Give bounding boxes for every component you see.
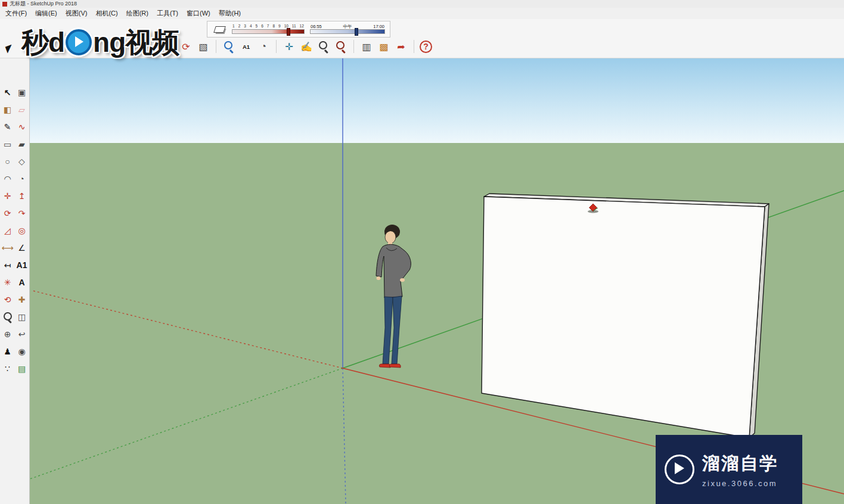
month-tick: 9 xyxy=(278,24,281,29)
zoom-previous-icon[interactable]: ↩ xyxy=(15,328,29,341)
menu-item-3[interactable]: 视图(V) xyxy=(61,8,92,19)
date-slider-bar[interactable] xyxy=(232,29,305,34)
compass-icon[interactable]: ◔ xyxy=(256,39,271,54)
zoom-tool-icon[interactable] xyxy=(1,310,14,323)
polygon-icon[interactable]: ◇ xyxy=(15,155,29,168)
menu-item-8[interactable]: 帮助(H) xyxy=(215,8,245,19)
time-noon-label: 中午 xyxy=(343,24,352,29)
title-bar: 无标题 - SketchUp Pro 2018 xyxy=(0,0,844,8)
paint-bucket-icon[interactable]: ◧ xyxy=(1,103,14,116)
toolbar-separator xyxy=(216,40,216,53)
move-icon[interactable]: ✛ xyxy=(282,39,296,54)
line-icon[interactable]: ✎ xyxy=(1,120,14,133)
shadow-toolbar: 123456789101112 06:55 中午 17:00 xyxy=(207,21,390,38)
rotated-rectangle-icon[interactable]: ▰ xyxy=(15,138,29,151)
select-cursor-icon[interactable]: ◤ xyxy=(4,42,14,55)
menu-bar: 文件(F)编辑(E)视图(V)相机(C)绘图(R)工具(T)窗口(W)帮助(H) xyxy=(0,8,844,19)
menu-item-7[interactable]: 窗口(W) xyxy=(182,8,215,19)
zoom-photo-icon[interactable] xyxy=(222,39,236,54)
text-tool-icon[interactable]: A1 xyxy=(15,259,29,272)
time-slider[interactable]: 06:55 中午 17:00 xyxy=(310,24,385,35)
person-right-shoe xyxy=(389,364,401,368)
month-tick: 12 xyxy=(300,24,304,29)
person-face xyxy=(385,231,396,244)
axes-icon[interactable]: ✳ xyxy=(1,276,14,289)
zoom-extents-icon[interactable] xyxy=(334,39,348,54)
month-tick: 8 xyxy=(272,24,275,29)
circle-icon[interactable]: ○ xyxy=(1,155,14,168)
materials-icon[interactable]: ▩ xyxy=(377,39,391,54)
hand-tool-icon[interactable]: ✍ xyxy=(299,39,314,54)
menu-item-2[interactable]: 编辑(E) xyxy=(31,8,61,19)
month-tick: 5 xyxy=(256,24,258,29)
scale-icon[interactable]: ◿ xyxy=(1,224,14,237)
export-model-icon[interactable]: ➦ xyxy=(394,39,408,54)
zoom-window-icon[interactable]: ◫ xyxy=(15,310,29,323)
dimension-icon[interactable]: ↤ xyxy=(1,259,14,272)
section-plane-icon[interactable]: ▤ xyxy=(15,362,29,375)
menu-item-1[interactable]: 文件(F) xyxy=(1,8,31,19)
window-title: 无标题 - SketchUp Pro 2018 xyxy=(10,0,77,8)
pie-icon[interactable]: ◔ xyxy=(15,172,29,185)
logo-text-mid: ng xyxy=(93,29,125,56)
pan-icon[interactable]: ✚ xyxy=(15,293,29,306)
menu-item-5[interactable]: 绘图(R) xyxy=(122,8,153,19)
month-tick: 2 xyxy=(238,24,241,29)
toolbar-separator xyxy=(414,40,414,53)
app-icon xyxy=(2,2,7,7)
logo-text-prefix: 秒d xyxy=(21,29,64,56)
time-slider-handle[interactable] xyxy=(355,28,358,36)
push-pull-icon[interactable]: ↥ xyxy=(15,189,29,203)
menu-item-4[interactable]: 相机(C) xyxy=(91,8,122,19)
month-ticks: 123456789101112 xyxy=(232,24,305,29)
eraser-icon[interactable]: ▱ xyxy=(15,103,29,116)
tape-measure-icon[interactable]: ⟷ xyxy=(1,241,14,254)
orbit-icon[interactable]: ⟲ xyxy=(1,293,14,306)
sketchup-window: 无标题 - SketchUp Pro 2018 文件(F)编辑(E)视图(V)相… xyxy=(0,0,844,504)
date-slider-handle[interactable] xyxy=(287,28,290,36)
site-watermark: 溜溜自学 zixue.3066.com xyxy=(656,435,802,504)
person-right-hand xyxy=(400,278,405,282)
cube-tool-icon[interactable]: ▥ xyxy=(359,39,374,54)
menu-item-6[interactable]: 工具(T) xyxy=(153,8,182,19)
3d-text-icon[interactable]: A xyxy=(15,276,29,289)
position-camera-icon[interactable]: ♟ xyxy=(1,345,14,358)
image-export-icon[interactable]: ▧ xyxy=(196,39,210,54)
person-left-hand xyxy=(377,276,381,280)
watermark-subtitle: zixue.3066.com xyxy=(702,479,778,488)
offset-icon[interactable]: ◎ xyxy=(15,224,29,237)
brand-watermark-logo: 秒d ng 视频 xyxy=(21,29,179,56)
viewport[interactable]: 溜溜自学 zixue.3066.com xyxy=(30,58,844,504)
date-slider[interactable]: 123456789101112 xyxy=(232,24,305,34)
model-refresh-icon[interactable]: ⟳ xyxy=(179,39,193,54)
shadow-toggle-icon[interactable] xyxy=(212,26,226,33)
logo-text-suffix: 视频 xyxy=(125,29,179,56)
zoom-icon[interactable] xyxy=(316,39,331,54)
month-tick: 7 xyxy=(267,24,269,29)
rectangle-icon[interactable]: ▭ xyxy=(1,138,14,151)
help-icon[interactable]: ? xyxy=(420,41,432,53)
sky xyxy=(30,58,844,144)
month-tick: 11 xyxy=(292,24,296,29)
toolbar-separator xyxy=(353,40,354,53)
text-annotation-icon[interactable]: A1 xyxy=(239,39,253,54)
play-badge-icon xyxy=(665,455,694,484)
left-toolbar: ↖▣◧▱✎∿▭▰○◇◠◔✛↥⟳↷◿◎⟷∠↤A1✳A⟲✚◫⊕↩♟◉∵▤ xyxy=(0,58,30,504)
time-end-label: 17:00 xyxy=(373,24,384,29)
follow-me-icon[interactable]: ↷ xyxy=(15,207,29,220)
arc-icon[interactable]: ◠ xyxy=(1,172,14,185)
walk-icon[interactable]: ∵ xyxy=(1,362,14,375)
month-tick: 4 xyxy=(250,24,252,29)
month-tick: 3 xyxy=(244,24,246,29)
zoom-extents-tool-icon[interactable]: ⊕ xyxy=(1,328,14,341)
watermark-text: 溜溜自学 zixue.3066.com xyxy=(702,452,778,488)
logo-play-icon xyxy=(66,29,92,55)
make-component-icon[interactable]: ▣ xyxy=(15,86,29,99)
time-slider-bar[interactable] xyxy=(310,29,385,34)
freehand-icon[interactable]: ∿ xyxy=(15,120,29,133)
protractor-icon[interactable]: ∠ xyxy=(15,241,29,254)
rotate-tool-icon[interactable]: ⟳ xyxy=(1,207,14,220)
select-icon[interactable]: ↖ xyxy=(1,86,14,99)
move-tool-icon[interactable]: ✛ xyxy=(1,189,14,203)
look-around-icon[interactable]: ◉ xyxy=(15,345,29,358)
